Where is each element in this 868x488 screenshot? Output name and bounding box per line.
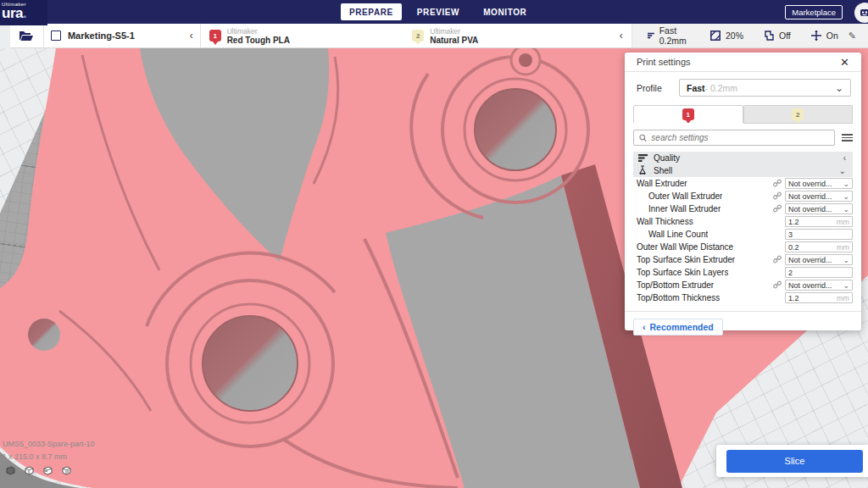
model-name-label: UMS5_0033-Spare-part-10 <box>3 440 95 448</box>
extruder-1-selector[interactable]: 1 Ultimaker Red Tough PLA <box>201 24 404 47</box>
setting-dropdown[interactable]: Not overrid...⌄ <box>785 178 853 189</box>
stage-tab-preview[interactable]: PREVIEW <box>409 3 468 20</box>
setting-row: Top Surface Skin Layers2 <box>633 266 853 279</box>
slice-button[interactable]: Slice <box>726 450 863 473</box>
setting-row: Top/Bottom ExtruderNot overrid...⌄ <box>633 279 853 291</box>
quality-icon <box>638 153 648 164</box>
chevron-down-icon: ⌄ <box>843 180 849 188</box>
open-file-button[interactable] <box>10 24 44 47</box>
printer-icon <box>51 30 61 41</box>
view-solid-icon[interactable] <box>5 465 16 476</box>
profile-dropdown[interactable]: Fast - 0.2mm ⌄ <box>679 79 851 97</box>
extruder-2-badge-icon: 2 <box>412 30 424 42</box>
extruder-1-tab-badge-icon: 1 <box>682 108 694 120</box>
extruder-tab-1[interactable]: 1 <box>633 105 743 123</box>
setting-input[interactable]: 0.2mm <box>785 241 853 252</box>
setting-label: Inner Wall Extruder <box>633 204 721 214</box>
model-small-hole <box>28 319 60 351</box>
account-avatar-icon[interactable] <box>854 3 868 23</box>
chevron-down-icon: ⌄ <box>843 281 849 290</box>
profile-label: Profile <box>637 83 679 93</box>
infill-icon <box>710 30 721 41</box>
setting-input[interactable]: 2 <box>785 267 853 278</box>
setting-row: Wall ExtruderNot overrid...⌄ <box>633 177 853 190</box>
setting-input[interactable]: 1.2mm <box>785 292 853 303</box>
configuration-toolbar: Marketing-S5-1 ‹ 1 Ultimaker Red Tough P… <box>10 24 868 48</box>
settings-menu-icon[interactable] <box>842 134 853 141</box>
setting-label: Wall Thickness <box>633 217 693 226</box>
settings-search[interactable] <box>633 130 835 146</box>
extruder-2-selector[interactable]: 2 Ultimaker Natural PVA <box>403 24 611 47</box>
setting-row: Wall Line Count3 <box>633 228 853 241</box>
setting-dropdown[interactable]: Not overrid...⌄ <box>785 191 853 202</box>
layers-icon <box>648 31 654 40</box>
close-icon[interactable]: ✕ <box>840 56 849 69</box>
print-settings-summary[interactable]: Fast 0.2mm 20% Off On ✎ <box>632 24 868 47</box>
extruder-1-material: Red Tough PLA <box>227 36 290 45</box>
settings-section-quality[interactable]: Quality‹ <box>633 152 853 164</box>
view-xray-icon[interactable] <box>24 465 35 476</box>
setting-row: Outer Wall Wipe Distance0.2mm <box>633 241 853 253</box>
setting-row: Inner Wall ExtruderNot overrid...⌄ <box>633 202 853 215</box>
chevron-left-icon: ‹ <box>643 322 646 332</box>
printer-selector[interactable]: Marketing-S5-1 ‹ <box>44 24 201 47</box>
setting-dropdown[interactable]: Not overrid...⌄ <box>785 203 853 214</box>
chevron-left-icon: ‹ <box>190 30 193 41</box>
extruder-1-brand: Ultimaker <box>227 27 290 36</box>
marketplace-button[interactable]: Marketplace <box>785 5 843 19</box>
link-icon <box>773 191 782 202</box>
setting-input[interactable]: 3 <box>785 229 853 240</box>
setting-label: Outer Wall Wipe Distance <box>633 242 733 252</box>
setting-label: Top Surface Skin Extruder <box>633 255 735 264</box>
slice-panel: Slice <box>716 445 868 477</box>
setting-dropdown[interactable]: Not overrid...⌄ <box>785 254 853 265</box>
stage-tabs: PREPAREPREVIEWMONITOR <box>341 3 535 20</box>
setting-dropdown[interactable]: Not overrid...⌄ <box>785 280 853 291</box>
extruder-tab-2[interactable]: 2 <box>743 105 854 123</box>
stage-tab-monitor[interactable]: MONITOR <box>475 3 535 20</box>
recommended-mode-button[interactable]: ‹ Recommended <box>633 319 723 336</box>
collapse-extruder-panel-button[interactable]: ‹ <box>611 24 632 47</box>
settings-list: Quality‹Shell⌄Wall ExtruderNot overrid..… <box>633 152 853 306</box>
top-header: PREPAREPREVIEWMONITOR Marketplace <box>0 0 868 24</box>
extruder-2-brand: Ultimaker <box>430 27 478 36</box>
summary-support[interactable]: Off <box>754 30 801 41</box>
extruder-1-badge-icon: 1 <box>209 30 221 42</box>
search-input[interactable] <box>651 133 829 142</box>
link-icon <box>773 280 782 291</box>
adhesion-icon <box>811 30 821 41</box>
link-icon <box>773 179 782 189</box>
setting-row: Top Surface Skin ExtruderNot overrid...⌄ <box>633 253 853 266</box>
setting-input[interactable]: 1.2mm <box>785 216 853 227</box>
chevron-down-icon: ⌄ <box>843 256 849 264</box>
section-chevron-icon: ‹ <box>843 153 846 163</box>
chevron-down-icon: ⌄ <box>843 192 849 201</box>
setting-label: Wall Extruder <box>633 179 687 188</box>
link-icon <box>773 255 782 265</box>
extruder-2-material: Natural PVA <box>430 36 478 45</box>
summary-infill[interactable]: 20% <box>700 30 754 41</box>
support-icon <box>764 30 774 41</box>
panel-title: Print settings <box>637 57 691 67</box>
summary-profile[interactable]: Fast 0.2mm <box>637 25 700 46</box>
view-preview-icon[interactable] <box>61 465 72 476</box>
setting-row: Top/Bottom Thickness1.2mm <box>633 291 853 304</box>
cura-logo: Ultimaker ura. <box>0 0 47 25</box>
settings-section-shell[interactable]: Shell⌄ <box>633 164 853 177</box>
model-small-ring <box>511 48 540 75</box>
link-icon <box>773 204 782 214</box>
model-dimensions-label: .1 x 215.0 x 8.7 mm <box>0 452 67 461</box>
setting-label: Top/Bottom Thickness <box>633 293 720 302</box>
chevron-down-icon: ⌄ <box>843 205 849 214</box>
folder-open-icon <box>19 30 34 42</box>
view-layers-icon[interactable] <box>42 465 53 476</box>
setting-label: Wall Line Count <box>633 230 708 239</box>
summary-adhesion[interactable]: On <box>801 30 849 41</box>
stage-tab-prepare[interactable]: PREPARE <box>341 3 402 20</box>
setting-label: Top Surface Skin Layers <box>633 268 728 277</box>
edit-settings-pencil-icon[interactable]: ✎ <box>849 30 863 42</box>
printer-name: Marketing-S5-1 <box>68 30 183 41</box>
setting-row: Outer Wall ExtruderNot overrid...⌄ <box>633 190 853 202</box>
setting-label: Top/Bottom Extruder <box>633 280 714 290</box>
view-mode-icons <box>5 465 72 476</box>
